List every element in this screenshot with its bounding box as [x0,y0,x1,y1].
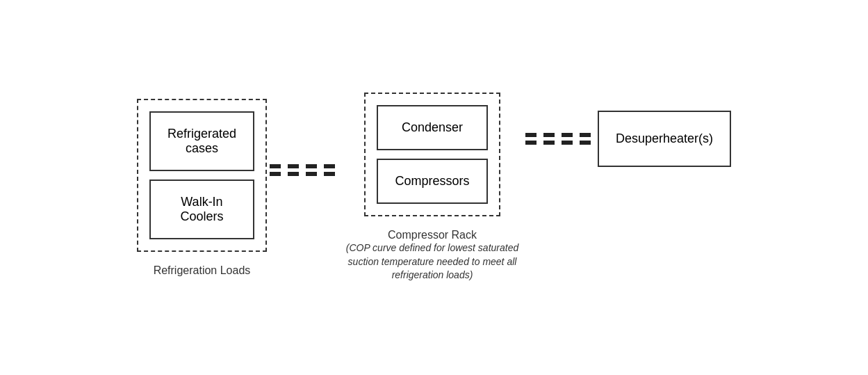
compressor-rack-main-label: Compressor Rack [342,229,523,241]
refrigerated-cases-label: Refrigerated cases [167,127,236,155]
connector-2-line-top [525,133,595,137]
compressors-label: Compressors [395,174,469,188]
diagram-root: Refrigerated cases Walk-In Coolers Refri… [137,93,731,282]
desuperheater-box: Desuperheater(s) [598,111,731,167]
compressor-rack-dashed-box: Condenser Compressors [364,93,500,216]
connector-2-line-bottom [525,141,595,145]
compressor-rack-sub-label: (COP curve defined for lowest saturated … [342,241,523,282]
desuperheater-label: Desuperheater(s) [616,131,713,145]
condenser-box: Condenser [377,105,487,150]
compressor-rack-group: Condenser Compressors Compressor Rack (C… [342,93,523,282]
compressor-rack-label-area: Compressor Rack (COP curve defined for l… [342,229,523,282]
refrigeration-loads-main-label: Refrigeration Loads [154,264,251,277]
refrigeration-loads-dashed-box: Refrigerated cases Walk-In Coolers [137,99,267,252]
connector-1-line-top [270,164,339,168]
desuperheater-group: Desuperheater(s) [598,111,731,167]
refrigeration-loads-group: Refrigerated cases Walk-In Coolers Refri… [137,99,267,277]
connector-2 [525,133,595,145]
compressors-box: Compressors [377,159,487,204]
refrigeration-loads-label-area: Refrigeration Loads [154,264,251,277]
walk-in-coolers-label: Walk-In Coolers [180,195,223,223]
condenser-label: Condenser [402,120,463,134]
connector-1 [270,164,339,176]
connector-1-line-bottom [270,172,339,176]
walk-in-coolers-box: Walk-In Coolers [149,179,254,239]
refrigerated-cases-box: Refrigerated cases [149,111,254,171]
